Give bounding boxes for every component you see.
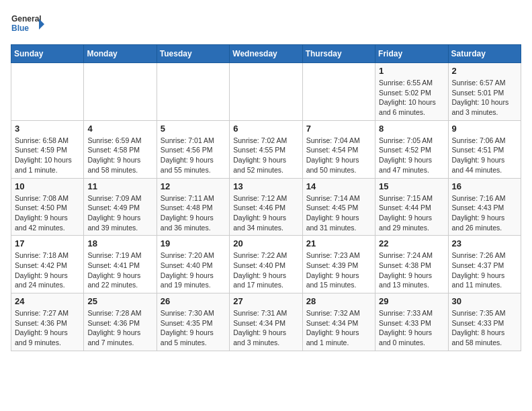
calendar-cell: 23Sunrise: 7:26 AM Sunset: 4:37 PM Dayli… <box>448 236 521 293</box>
day-number: 8 <box>379 124 444 134</box>
day-info: Sunrise: 7:11 AM Sunset: 4:48 PM Dayligh… <box>161 193 226 233</box>
calendar-cell <box>11 63 84 121</box>
day-number: 2 <box>452 66 517 76</box>
day-number: 13 <box>233 181 298 191</box>
calendar-week-1: 1Sunrise: 6:55 AM Sunset: 5:02 PM Daylig… <box>11 63 521 121</box>
calendar-cell: 5Sunrise: 7:01 AM Sunset: 4:56 PM Daylig… <box>157 120 229 178</box>
calendar-cell: 30Sunrise: 7:35 AM Sunset: 4:33 PM Dayli… <box>448 293 521 351</box>
calendar-cell: 26Sunrise: 7:30 AM Sunset: 4:35 PM Dayli… <box>157 293 229 351</box>
calendar-week-5: 24Sunrise: 7:27 AM Sunset: 4:36 PM Dayli… <box>11 293 521 351</box>
day-number: 23 <box>452 238 517 248</box>
day-number: 6 <box>233 124 298 134</box>
calendar-cell <box>157 63 229 121</box>
calendar-cell: 21Sunrise: 7:23 AM Sunset: 4:39 PM Dayli… <box>302 236 375 293</box>
calendar-cell: 4Sunrise: 6:59 AM Sunset: 4:58 PM Daylig… <box>84 120 157 178</box>
day-info: Sunrise: 7:01 AM Sunset: 4:56 PM Dayligh… <box>161 136 226 175</box>
day-info: Sunrise: 7:24 AM Sunset: 4:38 PM Dayligh… <box>379 250 444 290</box>
calendar-table: SundayMondayTuesdayWednesdayThursdayFrid… <box>11 44 521 351</box>
day-number: 9 <box>452 124 517 134</box>
weekday-header-sunday: Sunday <box>11 45 84 63</box>
svg-text:General: General <box>11 14 42 24</box>
calendar-cell <box>230 63 302 121</box>
calendar-cell: 6Sunrise: 7:02 AM Sunset: 4:55 PM Daylig… <box>230 120 302 178</box>
weekday-header-friday: Friday <box>375 45 448 63</box>
day-info: Sunrise: 7:30 AM Sunset: 4:35 PM Dayligh… <box>161 308 226 348</box>
calendar-cell: 25Sunrise: 7:28 AM Sunset: 4:36 PM Dayli… <box>84 293 157 351</box>
day-info: Sunrise: 7:05 AM Sunset: 4:52 PM Dayligh… <box>379 136 444 175</box>
day-number: 20 <box>233 238 298 248</box>
calendar-header-row: SundayMondayTuesdayWednesdayThursdayFrid… <box>11 45 521 63</box>
weekday-header-tuesday: Tuesday <box>157 45 229 63</box>
day-info: Sunrise: 7:04 AM Sunset: 4:54 PM Dayligh… <box>306 136 371 175</box>
calendar-cell <box>84 63 157 121</box>
weekday-header-wednesday: Wednesday <box>230 45 302 63</box>
day-number: 5 <box>161 124 226 134</box>
weekday-header-monday: Monday <box>84 45 157 63</box>
day-number: 22 <box>379 238 444 248</box>
day-info: Sunrise: 7:18 AM Sunset: 4:42 PM Dayligh… <box>15 250 80 290</box>
day-info: Sunrise: 7:15 AM Sunset: 4:44 PM Dayligh… <box>379 193 444 233</box>
day-info: Sunrise: 7:32 AM Sunset: 4:34 PM Dayligh… <box>306 308 371 348</box>
day-number: 10 <box>15 181 80 191</box>
day-info: Sunrise: 7:35 AM Sunset: 4:33 PM Dayligh… <box>452 308 517 348</box>
calendar-cell: 27Sunrise: 7:31 AM Sunset: 4:34 PM Dayli… <box>230 293 302 351</box>
calendar-cell: 22Sunrise: 7:24 AM Sunset: 4:38 PM Dayli… <box>375 236 448 293</box>
day-number: 26 <box>161 296 226 306</box>
day-info: Sunrise: 6:59 AM Sunset: 4:58 PM Dayligh… <box>87 136 152 175</box>
calendar-cell: 24Sunrise: 7:27 AM Sunset: 4:36 PM Dayli… <box>11 293 84 351</box>
day-number: 14 <box>306 181 371 191</box>
calendar-cell <box>302 63 375 121</box>
day-info: Sunrise: 7:06 AM Sunset: 4:51 PM Dayligh… <box>452 136 517 175</box>
calendar-cell: 12Sunrise: 7:11 AM Sunset: 4:48 PM Dayli… <box>157 178 229 236</box>
calendar-cell: 16Sunrise: 7:16 AM Sunset: 4:43 PM Dayli… <box>448 178 521 236</box>
day-info: Sunrise: 7:33 AM Sunset: 4:33 PM Dayligh… <box>379 308 444 348</box>
day-info: Sunrise: 7:08 AM Sunset: 4:50 PM Dayligh… <box>15 193 80 233</box>
day-number: 24 <box>15 296 80 306</box>
day-info: Sunrise: 7:14 AM Sunset: 4:45 PM Dayligh… <box>306 193 371 233</box>
day-info: Sunrise: 7:27 AM Sunset: 4:36 PM Dayligh… <box>15 308 80 348</box>
day-info: Sunrise: 7:19 AM Sunset: 4:41 PM Dayligh… <box>87 250 152 290</box>
day-info: Sunrise: 7:12 AM Sunset: 4:46 PM Dayligh… <box>233 193 298 233</box>
calendar-week-2: 3Sunrise: 6:58 AM Sunset: 4:59 PM Daylig… <box>11 120 521 178</box>
day-info: Sunrise: 7:23 AM Sunset: 4:39 PM Dayligh… <box>306 250 371 290</box>
day-number: 27 <box>233 296 298 306</box>
calendar-cell: 1Sunrise: 6:55 AM Sunset: 5:02 PM Daylig… <box>375 63 448 121</box>
weekday-header-thursday: Thursday <box>302 45 375 63</box>
day-number: 1 <box>379 66 444 76</box>
logo-svg: General Blue <box>11 11 44 39</box>
day-number: 19 <box>161 238 226 248</box>
day-info: Sunrise: 7:16 AM Sunset: 4:43 PM Dayligh… <box>452 193 517 233</box>
day-info: Sunrise: 7:31 AM Sunset: 4:34 PM Dayligh… <box>233 308 298 348</box>
day-number: 25 <box>87 296 152 306</box>
calendar-cell: 18Sunrise: 7:19 AM Sunset: 4:41 PM Dayli… <box>84 236 157 293</box>
day-number: 21 <box>306 238 371 248</box>
weekday-header-saturday: Saturday <box>448 45 521 63</box>
calendar-cell: 7Sunrise: 7:04 AM Sunset: 4:54 PM Daylig… <box>302 120 375 178</box>
svg-text:Blue: Blue <box>11 24 29 33</box>
day-number: 15 <box>379 181 444 191</box>
day-number: 4 <box>87 124 152 134</box>
calendar-cell: 28Sunrise: 7:32 AM Sunset: 4:34 PM Dayli… <box>302 293 375 351</box>
day-number: 28 <box>306 296 371 306</box>
calendar-cell: 29Sunrise: 7:33 AM Sunset: 4:33 PM Dayli… <box>375 293 448 351</box>
calendar-cell: 19Sunrise: 7:20 AM Sunset: 4:40 PM Dayli… <box>157 236 229 293</box>
day-number: 12 <box>161 181 226 191</box>
day-number: 7 <box>306 124 371 134</box>
day-info: Sunrise: 7:20 AM Sunset: 4:40 PM Dayligh… <box>161 250 226 290</box>
calendar-cell: 13Sunrise: 7:12 AM Sunset: 4:46 PM Dayli… <box>230 178 302 236</box>
day-info: Sunrise: 6:57 AM Sunset: 5:01 PM Dayligh… <box>452 78 517 118</box>
day-info: Sunrise: 7:22 AM Sunset: 4:40 PM Dayligh… <box>233 250 298 290</box>
day-number: 30 <box>452 296 517 306</box>
day-number: 18 <box>87 238 152 248</box>
day-info: Sunrise: 7:26 AM Sunset: 4:37 PM Dayligh… <box>452 250 517 290</box>
page-header: General Blue <box>11 11 521 39</box>
day-number: 11 <box>87 181 152 191</box>
day-number: 17 <box>15 238 80 248</box>
calendar-cell: 15Sunrise: 7:15 AM Sunset: 4:44 PM Dayli… <box>375 178 448 236</box>
calendar-week-4: 17Sunrise: 7:18 AM Sunset: 4:42 PM Dayli… <box>11 236 521 293</box>
day-info: Sunrise: 7:02 AM Sunset: 4:55 PM Dayligh… <box>233 136 298 175</box>
calendar-cell: 10Sunrise: 7:08 AM Sunset: 4:50 PM Dayli… <box>11 178 84 236</box>
calendar-cell: 2Sunrise: 6:57 AM Sunset: 5:01 PM Daylig… <box>448 63 521 121</box>
calendar-cell: 14Sunrise: 7:14 AM Sunset: 4:45 PM Dayli… <box>302 178 375 236</box>
day-number: 16 <box>452 181 517 191</box>
